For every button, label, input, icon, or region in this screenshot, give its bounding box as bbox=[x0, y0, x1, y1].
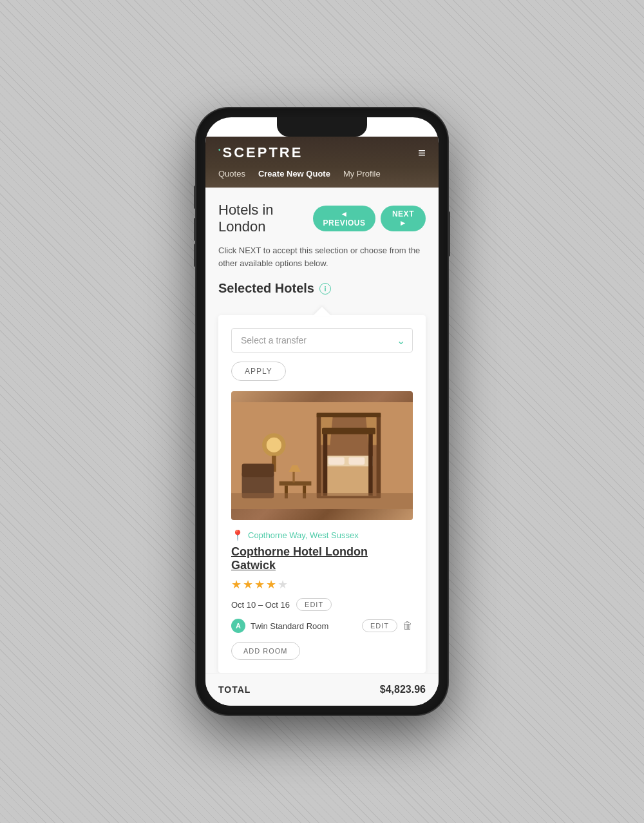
transfer-select-wrapper: Select a transfer ⌄ bbox=[231, 328, 413, 353]
edit-room-button[interactable]: EDIT bbox=[362, 619, 397, 632]
phone-frame: •SCEPTRE ≡ Quotes Create New Quote My Pr… bbox=[196, 108, 448, 715]
hotel-name[interactable]: Copthorne Hotel London Gatwick bbox=[231, 545, 413, 572]
hotel-dates: Oct 10 – Oct 16 bbox=[231, 600, 290, 610]
hotel-location: 📍 Copthorne Way, West Sussex bbox=[231, 529, 413, 541]
nav-links: Quotes Create New Quote My Profile bbox=[218, 169, 426, 179]
footer-bar: TOTAL $4,823.96 bbox=[205, 673, 439, 706]
star-5: ★ bbox=[278, 577, 288, 592]
phone-screen: •SCEPTRE ≡ Quotes Create New Quote My Pr… bbox=[205, 117, 439, 706]
room-actions: EDIT 🗑 bbox=[362, 619, 413, 632]
info-icon[interactable]: i bbox=[319, 283, 331, 295]
instruction-text: Click NEXT to accept this selection or c… bbox=[218, 244, 426, 269]
page-header: Hotels in London ◄ PREVIOUS NEXT ► bbox=[218, 202, 426, 235]
add-room-button[interactable]: ADD ROOM bbox=[231, 642, 300, 660]
star-rating: ★ ★ ★ ★ ★ bbox=[231, 577, 413, 592]
selected-hotels-label: Selected Hotels bbox=[218, 281, 314, 296]
previous-button[interactable]: ◄ PREVIOUS bbox=[313, 206, 375, 231]
nav-link-quotes[interactable]: Quotes bbox=[218, 169, 245, 179]
app-header: •SCEPTRE ≡ Quotes Create New Quote My Pr… bbox=[205, 137, 439, 188]
navigation-buttons: ◄ PREVIOUS NEXT ► bbox=[313, 206, 426, 231]
edit-dates-button[interactable]: EDIT bbox=[296, 598, 332, 611]
star-1: ★ bbox=[231, 577, 242, 592]
trash-icon[interactable]: 🗑 bbox=[402, 620, 413, 632]
hotel-card: Select a transfer ⌄ APPLY bbox=[218, 315, 426, 673]
page-title: Hotels in London bbox=[218, 202, 313, 235]
location-text: Copthorne Way, West Sussex bbox=[248, 530, 359, 540]
dates-row: Oct 10 – Oct 16 EDIT bbox=[231, 598, 413, 611]
app-logo: •SCEPTRE bbox=[218, 144, 303, 161]
notch bbox=[277, 117, 367, 137]
next-button[interactable]: NEXT ► bbox=[381, 206, 426, 231]
room-badge: A bbox=[231, 619, 245, 633]
star-3: ★ bbox=[254, 577, 265, 592]
hotel-image bbox=[231, 391, 413, 520]
hamburger-icon[interactable]: ≡ bbox=[418, 146, 426, 160]
star-4: ★ bbox=[266, 577, 276, 592]
phone-wrapper: •SCEPTRE ≡ Quotes Create New Quote My Pr… bbox=[196, 108, 448, 715]
nav-link-create-quote[interactable]: Create New Quote bbox=[258, 169, 330, 179]
nav-link-profile[interactable]: My Profile bbox=[343, 169, 381, 179]
room-name: Twin Standard Room bbox=[251, 621, 357, 631]
transfer-select[interactable]: Select a transfer bbox=[231, 328, 413, 353]
location-pin-icon: 📍 bbox=[231, 529, 244, 541]
apply-button[interactable]: APPLY bbox=[231, 362, 286, 381]
room-row: A Twin Standard Room EDIT 🗑 bbox=[231, 619, 413, 633]
section-title-row: Selected Hotels i bbox=[218, 281, 426, 296]
svg-rect-24 bbox=[231, 402, 413, 509]
total-amount: $4,823.96 bbox=[380, 684, 426, 695]
star-2: ★ bbox=[243, 577, 253, 592]
card-pointer bbox=[313, 307, 331, 316]
main-content: Hotels in London ◄ PREVIOUS NEXT ► Click… bbox=[205, 188, 439, 673]
total-label: TOTAL bbox=[218, 684, 251, 695]
